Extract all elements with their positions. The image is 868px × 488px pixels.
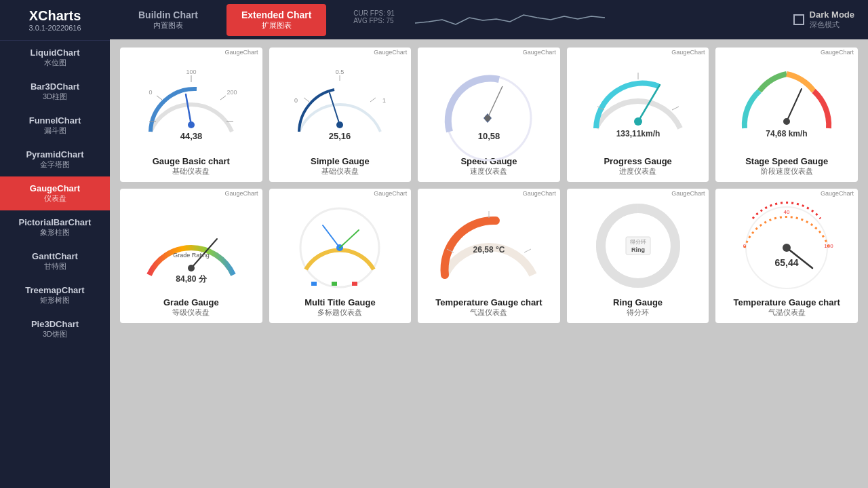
svg-text:Ring: Ring: [631, 246, 645, 253]
card-temp-gauge-2[interactable]: GaugeChart: [715, 189, 858, 323]
grade-gauge-svg: Grade Rating 84,80 分: [137, 202, 245, 290]
card-header: GaugeChart: [567, 48, 709, 57]
svg-line-41: [340, 230, 359, 248]
svg-text:0: 0: [294, 97, 298, 104]
stage-speed-visual: 74,68 km/h: [715, 57, 858, 152]
card-gauge-basic[interactable]: GaugeChart: [120, 48, 262, 182]
svg-line-8: [186, 94, 191, 125]
card-footer: Temperature Gauge chart 气温仪表盘: [734, 293, 840, 323]
sidebar-item-pyramid[interactable]: PyramidChart 金字塔图: [0, 143, 110, 176]
temp-gauge-2-visual: 65,44 40 0 100: [715, 198, 858, 293]
chart-grid: GaugeChart: [120, 48, 858, 323]
card-footer: Temperature Gauge chart 气温仪表盘: [435, 293, 542, 323]
svg-point-26: [634, 117, 642, 126]
svg-text:1: 1: [382, 97, 386, 104]
temp-gauge-1-visual: 26,58 °C: [418, 198, 560, 293]
grade-gauge-visual: Grade Rating 84,80 分: [120, 198, 262, 293]
svg-point-18: [336, 121, 343, 128]
temp-gauge-2-svg: 65,44 40 0 100: [732, 202, 841, 290]
card-speed-gauge[interactable]: GaugeChart 10,58: [418, 48, 560, 182]
gauge-basic-visual: 100 0 200 44,38: [120, 57, 262, 152]
multi-title-svg: [285, 202, 394, 290]
svg-text:得分环: 得分环: [630, 239, 646, 245]
svg-text:74,68 km/h: 74,68 km/h: [766, 129, 808, 138]
svg-point-9: [188, 121, 195, 128]
sidebar-item-gauge[interactable]: GaugeChart 仪表盘: [0, 176, 110, 210]
svg-text:200: 200: [226, 89, 237, 96]
fps-text: CUR FPS: 91 AVG FPS: 75: [353, 10, 395, 24]
svg-line-2: [220, 96, 226, 100]
card-footer: Grade Gauge 等级仪表盘: [163, 293, 219, 323]
app-title: XCharts: [7, 8, 103, 24]
card-footer: Progress Gauge 进度仪表盘: [604, 152, 671, 182]
svg-point-55: [783, 244, 791, 252]
card-ring-gauge[interactable]: GaugeChart 得分环 Ring Ring Gauge: [567, 189, 709, 323]
sidebar-item-treemap[interactable]: TreemapChart 矩形树图: [0, 278, 110, 312]
svg-point-23: [485, 115, 490, 121]
svg-text:10,58: 10,58: [478, 131, 500, 141]
svg-text:100: 100: [825, 243, 834, 249]
svg-text:65,44: 65,44: [775, 257, 799, 268]
svg-line-22: [488, 86, 502, 118]
dark-mode-checkbox[interactable]: [793, 14, 804, 25]
simple-gauge-svg: 0.5 0 1 25,16: [285, 60, 394, 149]
multi-title-visual: [269, 198, 412, 293]
svg-text:26,58 °C: 26,58 °C: [473, 245, 505, 255]
svg-text:0: 0: [743, 243, 747, 249]
sidebar-item-pie3d[interactable]: Pie3DChart 3D饼图: [0, 312, 110, 346]
card-temp-gauge-1[interactable]: GaugeChart 26,58 °C: [418, 189, 560, 323]
card-stage-speed[interactable]: GaugeChart 74,68 km/h Sta: [715, 48, 858, 182]
svg-text:84,80 分: 84,80 分: [176, 274, 207, 284]
card-header: GaugeChart: [715, 48, 858, 57]
card-header: GaugeChart: [269, 189, 412, 198]
svg-line-1: [157, 96, 162, 100]
card-header: GaugeChart: [567, 189, 709, 198]
svg-text:44,38: 44,38: [180, 131, 203, 141]
card-footer: Stage Speed Gauge 阶段速度仪表盘: [745, 152, 828, 182]
sidebar-item-gantt[interactable]: GanttChart 甘特图: [0, 244, 110, 278]
svg-text:25,16: 25,16: [329, 131, 351, 141]
svg-line-31: [787, 89, 802, 121]
card-footer: Gauge Basic chart 基础仪表盘: [153, 152, 230, 182]
sidebar-item-pictorial[interactable]: PictorialBarChart 象形柱图: [0, 210, 110, 244]
header: Buildin Chart 内置图表 Extended Chart 扩展图表 C…: [110, 0, 868, 39]
card-simple-gauge[interactable]: GaugeChart 0.5 0 1: [269, 48, 412, 182]
dark-mode-label: Dark Mode 深色模式: [810, 10, 854, 30]
card-progress-gauge[interactable]: GaugeChart 133,11km/h: [567, 48, 709, 182]
ring-gauge-svg: 得分环 Ring: [584, 202, 692, 290]
speed-gauge-svg: 10,58: [435, 60, 543, 149]
svg-line-13: [370, 98, 376, 102]
svg-text:100: 100: [186, 69, 196, 75]
app-logo: XCharts 3.0.1-20220616: [0, 0, 110, 41]
card-header: GaugeChart: [715, 189, 858, 198]
card-header: GaugeChart: [418, 48, 560, 57]
tab-extended[interactable]: Extended Chart 扩展图表: [226, 4, 326, 36]
card-header: GaugeChart: [269, 48, 412, 57]
card-footer: Ring Gauge 得分环: [613, 293, 663, 323]
tab-buildin[interactable]: Buildin Chart 内置图表: [123, 4, 213, 36]
sidebar-item-funnel[interactable]: FunnelChart 漏斗图: [0, 109, 110, 143]
svg-text:Grade Rating: Grade Rating: [173, 252, 210, 259]
svg-point-32: [783, 118, 790, 125]
card-grade-gauge[interactable]: GaugeChart: [120, 189, 262, 323]
svg-line-30: [672, 107, 679, 110]
svg-point-35: [188, 265, 195, 271]
simple-gauge-visual: 0.5 0 1 25,16: [269, 57, 412, 152]
svg-rect-44: [352, 282, 357, 286]
card-footer: Simple Gauge 基础仪表盘: [311, 152, 370, 182]
main-area: Buildin Chart 内置图表 Extended Chart 扩展图表 C…: [110, 0, 868, 488]
sidebar: XCharts 3.0.1-20220616 LiquidChart 水位图 B…: [0, 0, 110, 488]
progress-gauge-svg: 133,11km/h: [584, 60, 692, 149]
svg-rect-43: [332, 282, 337, 286]
sidebar-item-liquid[interactable]: LiquidChart 水位图: [0, 41, 110, 75]
content-area: GaugeChart: [110, 39, 868, 488]
card-multi-title[interactable]: GaugeChart: [269, 189, 412, 323]
svg-rect-42: [311, 282, 317, 286]
svg-text:40: 40: [784, 209, 790, 215]
ring-gauge-visual: 得分环 Ring: [567, 198, 709, 293]
dark-mode-toggle[interactable]: Dark Mode 深色模式: [793, 10, 854, 30]
speed-gauge-visual: 10,58: [418, 57, 560, 152]
svg-text:0: 0: [149, 89, 152, 96]
card-footer: Multi Title Gauge 多标题仪表盘: [304, 293, 376, 323]
sidebar-item-bar3d[interactable]: Bar3DChart 3D柱图: [0, 75, 110, 109]
